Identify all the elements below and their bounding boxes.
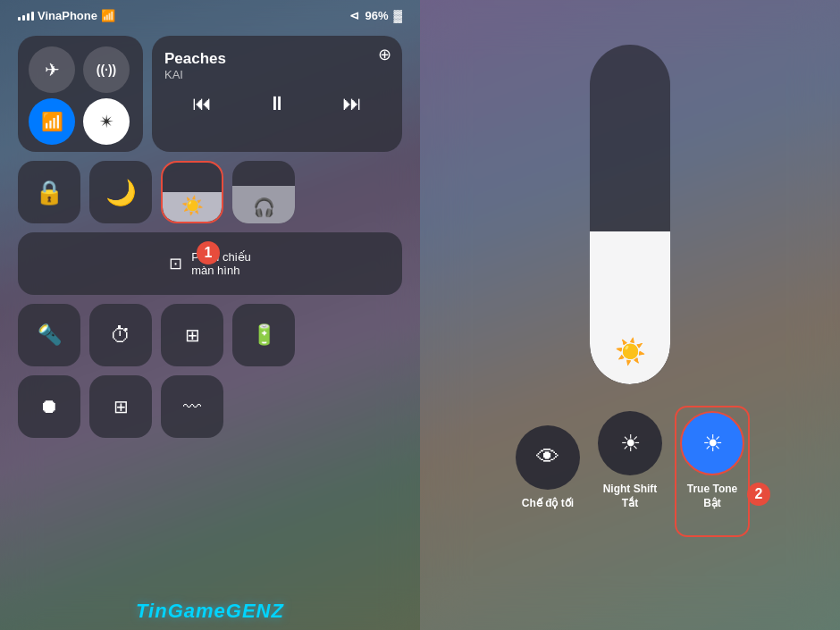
bluetooth-button[interactable]: ✴ xyxy=(83,98,130,145)
screen-mirror-icon: ⊡ xyxy=(169,254,182,273)
battery-icon: ▓ xyxy=(394,9,402,22)
cc-top-row: ✈ ((·)) 📶 ✴ ⊕ Peaches KAI ⏮ ⏸ ⏭ xyxy=(18,36,402,152)
big-brightness-slider[interactable]: ☀️ xyxy=(590,45,670,384)
signal-bar-3 xyxy=(27,13,29,21)
watermark: TinGameGENZ xyxy=(136,600,284,623)
track-artist: KAI xyxy=(164,68,390,81)
brightness-icon: ☀️ xyxy=(181,195,204,216)
flashlight-button[interactable]: 🔦 xyxy=(18,304,80,366)
dark-mode-button[interactable]: 👁 Chế độ tối xyxy=(516,425,580,511)
right-panel: ☀️ 2 👁 Chế độ tối ☀ Night ShiftTắt ☀ Tru… xyxy=(420,0,840,630)
brightness-slider[interactable]: ☀️ xyxy=(161,161,223,223)
do-not-disturb-button[interactable]: 🌙 xyxy=(89,161,152,223)
signal-bar-4 xyxy=(31,12,34,21)
signal-bar-1 xyxy=(18,17,21,21)
step1-badge: 1 xyxy=(197,241,220,265)
timer-button[interactable]: ⏱ xyxy=(89,304,152,366)
battery-widget-button[interactable]: 🔋 xyxy=(232,304,295,366)
true-tone-button[interactable]: ☀ True ToneBật xyxy=(680,411,744,510)
step2-badge: 2 xyxy=(747,483,770,506)
carrier-name: VinaPhone xyxy=(38,9,97,22)
qr-scanner-button[interactable]: ⊞ xyxy=(89,375,152,438)
signal-bar-2 xyxy=(22,15,25,21)
calculator-button[interactable]: ⊞ xyxy=(161,304,223,366)
cellular-button[interactable]: ((·)) xyxy=(83,46,130,93)
battery-percent: 96% xyxy=(365,9,388,22)
big-brightness-icon: ☀️ xyxy=(615,337,646,366)
night-shift-button[interactable]: ☀ Night ShiftTắt xyxy=(598,411,662,510)
airplane-mode-button[interactable]: ✈ xyxy=(29,46,75,93)
cc-fourth-row: 🔦 ⏱ ⊞ 🔋 xyxy=(18,304,402,366)
screen-lock-button[interactable]: 🔒 xyxy=(18,161,80,223)
wifi-button[interactable]: 📶 xyxy=(29,98,75,145)
control-center: ✈ ((·)) 📶 ✴ ⊕ Peaches KAI ⏮ ⏸ ⏭ 🔒 🌙 xyxy=(0,27,420,447)
location-icon: ⊲ xyxy=(349,9,359,22)
night-shift-circle: ☀ xyxy=(598,411,662,475)
bottom-buttons: 👁 Chế độ tối ☀ Night ShiftTắt ☀ True Ton… xyxy=(498,411,762,510)
play-pause-button[interactable]: ⏸ xyxy=(267,92,287,115)
connectivity-block: ✈ ((·)) 📶 ✴ xyxy=(18,36,143,152)
true-tone-label: True ToneBật xyxy=(687,483,737,510)
dark-mode-label: Chế độ tối xyxy=(522,497,574,511)
fast-forward-button[interactable]: ⏭ xyxy=(342,92,362,115)
cc-second-row: 🔒 🌙 ☀️ 🎧 xyxy=(18,161,402,223)
track-title: Peaches xyxy=(164,50,390,68)
big-brightness-slider-container: ☀️ xyxy=(590,45,670,384)
volume-icon: 🎧 xyxy=(253,197,275,218)
cc-fifth-row: ⏺ ⊞ 〰 xyxy=(18,375,402,438)
screen-record-button[interactable]: ⏺ xyxy=(18,375,80,438)
true-tone-circle: ☀ xyxy=(680,411,744,475)
playback-controls: ⏮ ⏸ ⏭ xyxy=(164,92,390,115)
left-panel: VinaPhone 📶 ⊲ 96% ▓ 1 ✈ ((·)) 📶 ✴ ⊕ Pea xyxy=(0,0,420,630)
now-playing-widget: ⊕ Peaches KAI ⏮ ⏸ ⏭ xyxy=(152,36,402,152)
sound-recognition-button[interactable]: 〰 xyxy=(161,375,223,438)
volume-slider[interactable]: 🎧 xyxy=(232,161,295,223)
wifi-status-icon: 📶 xyxy=(101,9,115,22)
status-bar: VinaPhone 📶 ⊲ 96% ▓ xyxy=(0,0,420,27)
dark-mode-circle: 👁 xyxy=(516,425,580,490)
status-left: VinaPhone 📶 xyxy=(18,9,115,22)
rewind-button[interactable]: ⏮ xyxy=(192,92,212,115)
night-shift-label: Night ShiftTắt xyxy=(603,483,658,510)
airplay-icon[interactable]: ⊕ xyxy=(378,45,391,64)
signal-bars xyxy=(18,12,34,21)
status-right: ⊲ 96% ▓ xyxy=(349,9,402,22)
